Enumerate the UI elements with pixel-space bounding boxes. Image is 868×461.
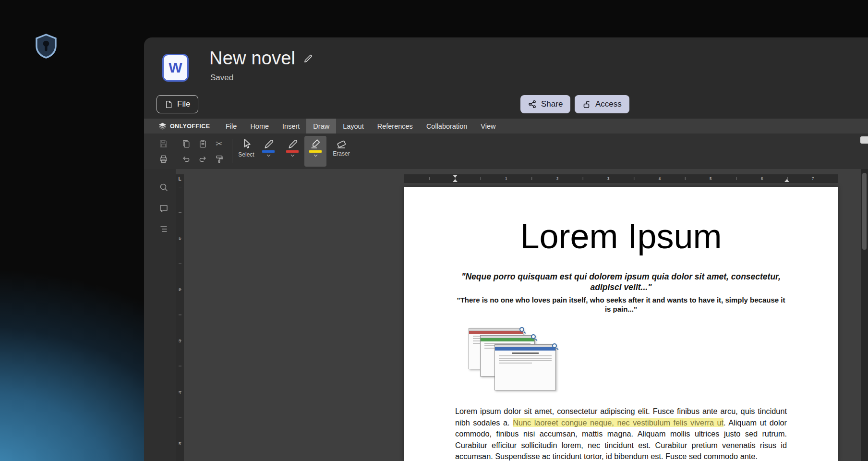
share-button[interactable]: Share bbox=[520, 95, 570, 113]
cut-scissors-icon[interactable]: ✂ bbox=[213, 138, 225, 149]
editor-body: L 1 2 3 4 5 1 2 3 4 5 6 7 bbox=[144, 169, 868, 461]
eraser-tool-label: Eraser bbox=[328, 150, 354, 157]
mini-window-blue bbox=[494, 344, 556, 390]
screen: W New novel Saved File Share bbox=[0, 0, 868, 461]
vruler-number: 5 bbox=[176, 441, 184, 446]
page-title: New novel bbox=[209, 48, 295, 69]
vruler-number: 1 bbox=[176, 236, 184, 241]
onlyoffice-logo-text: ONLYOFFICE bbox=[170, 123, 210, 130]
toolbar-edge-handle[interactable] bbox=[860, 136, 868, 144]
comments-button[interactable] bbox=[158, 203, 169, 214]
chevron-down-icon[interactable] bbox=[290, 154, 295, 157]
hruler-number: 7 bbox=[810, 176, 816, 181]
tab-collaboration[interactable]: Collaboration bbox=[420, 119, 474, 133]
left-indent-marker[interactable] bbox=[453, 179, 458, 182]
embedded-image-cascading-windows[interactable] bbox=[468, 328, 559, 391]
onlyoffice-logo-icon bbox=[158, 122, 167, 130]
chevron-down-icon[interactable] bbox=[266, 154, 271, 157]
menubar: ONLYOFFICE File Home Insert Draw Layout … bbox=[144, 119, 868, 133]
tab-stop-selector[interactable]: L bbox=[176, 174, 184, 183]
document-page[interactable]: Lorem Ipsum "Neque porro quisquam est qu… bbox=[404, 187, 838, 461]
print-button[interactable] bbox=[157, 153, 169, 165]
tab-draw[interactable]: Draw bbox=[306, 119, 336, 133]
menu-tabs: File Home Insert Draw Layout References … bbox=[219, 119, 503, 133]
pen-red-tool[interactable] bbox=[281, 136, 303, 167]
first-line-indent-marker[interactable] bbox=[453, 175, 458, 178]
pen-icon bbox=[287, 138, 298, 149]
unlock-icon bbox=[582, 100, 591, 109]
pen-blue-color-bar bbox=[262, 150, 275, 153]
access-button-label: Access bbox=[595, 99, 622, 109]
hruler-number: 4 bbox=[657, 176, 663, 181]
vertical-scrollbar[interactable] bbox=[861, 169, 868, 461]
tab-view[interactable]: View bbox=[474, 119, 502, 133]
select-tool-label: Select bbox=[235, 151, 257, 158]
vruler-number: 3 bbox=[176, 339, 184, 343]
onlyoffice-logo: ONLYOFFICE bbox=[158, 122, 216, 130]
document-title: Lorem Ipsum bbox=[455, 217, 787, 255]
highlighter-icon bbox=[310, 138, 321, 149]
hruler-number: 1 bbox=[503, 176, 509, 181]
vruler-number: 2 bbox=[176, 287, 184, 292]
document-quote-primary: "Neque porro quisquam est qui dolorem ip… bbox=[456, 271, 787, 292]
hruler-number: 3 bbox=[605, 176, 611, 181]
title-row: New novel bbox=[209, 48, 313, 69]
highlighter-color-bar bbox=[309, 150, 322, 153]
copy-button[interactable] bbox=[180, 138, 192, 149]
tab-home[interactable]: Home bbox=[243, 119, 276, 133]
file-icon bbox=[165, 100, 173, 109]
tab-insert[interactable]: Insert bbox=[276, 119, 306, 133]
navigation-headings-button[interactable] bbox=[158, 223, 169, 235]
hruler-number: 2 bbox=[555, 176, 560, 181]
document-type-icon: W bbox=[162, 54, 189, 82]
toolbar-separator bbox=[232, 139, 232, 163]
file-button[interactable]: File bbox=[157, 95, 198, 113]
document-type-letter: W bbox=[169, 61, 182, 75]
save-button[interactable] bbox=[157, 138, 169, 149]
vruler-number: 4 bbox=[176, 390, 184, 395]
pen-red-color-bar bbox=[286, 150, 299, 153]
pen-icon bbox=[263, 138, 274, 149]
hruler-number: 5 bbox=[708, 176, 713, 181]
tab-layout[interactable]: Layout bbox=[336, 119, 371, 133]
scrollbar-thumb[interactable] bbox=[862, 173, 867, 250]
right-indent-marker[interactable] bbox=[784, 179, 789, 182]
tab-file[interactable]: File bbox=[219, 119, 243, 133]
highlighted-text: Nunc laoreet congue neque, nec vestibulu… bbox=[513, 418, 723, 427]
copy-style-button[interactable] bbox=[213, 153, 225, 165]
cursor-icon bbox=[241, 138, 252, 150]
horizontal-ruler[interactable]: 1 2 3 4 5 6 7 bbox=[404, 174, 838, 183]
select-tool[interactable]: Select bbox=[235, 136, 257, 167]
app-window: W New novel Saved File Share bbox=[144, 37, 868, 461]
magnifier-icon bbox=[519, 327, 524, 332]
highlighter-tool[interactable] bbox=[304, 136, 326, 167]
document-paragraph: Lorem ipsum dolor sit amet, consectetur … bbox=[455, 406, 787, 461]
file-button-label: File bbox=[177, 99, 190, 109]
eraser-tool[interactable]: Eraser bbox=[328, 136, 354, 167]
paste-button[interactable] bbox=[197, 138, 208, 149]
rename-pencil-icon[interactable] bbox=[303, 53, 313, 64]
toolbar: ✂ bbox=[144, 133, 868, 169]
magnifier-icon bbox=[531, 334, 536, 339]
search-button[interactable] bbox=[158, 182, 169, 193]
magnifier-icon bbox=[552, 343, 557, 348]
eraser-icon bbox=[336, 138, 347, 149]
share-button-label: Share bbox=[541, 99, 563, 109]
undo-button[interactable] bbox=[180, 153, 192, 165]
privacy-shield-icon[interactable] bbox=[35, 34, 58, 59]
left-sidebar bbox=[144, 169, 176, 461]
tab-references[interactable]: References bbox=[371, 119, 420, 133]
pen-blue-tool[interactable] bbox=[257, 136, 279, 167]
vertical-ruler[interactable]: 1 2 3 4 5 bbox=[176, 183, 184, 461]
document-canvas[interactable]: 1 2 3 4 5 6 7 Lorem Ipsum "Neque porro q… bbox=[184, 169, 861, 461]
share-icon bbox=[528, 100, 537, 109]
document-quote-secondary: "There is no one who loves pain itself, … bbox=[455, 295, 787, 314]
hruler-number: 6 bbox=[759, 176, 765, 181]
redo-button[interactable] bbox=[197, 153, 208, 165]
access-button[interactable]: Access bbox=[575, 95, 629, 113]
chevron-down-icon[interactable] bbox=[313, 154, 318, 157]
save-status: Saved bbox=[210, 73, 233, 83]
